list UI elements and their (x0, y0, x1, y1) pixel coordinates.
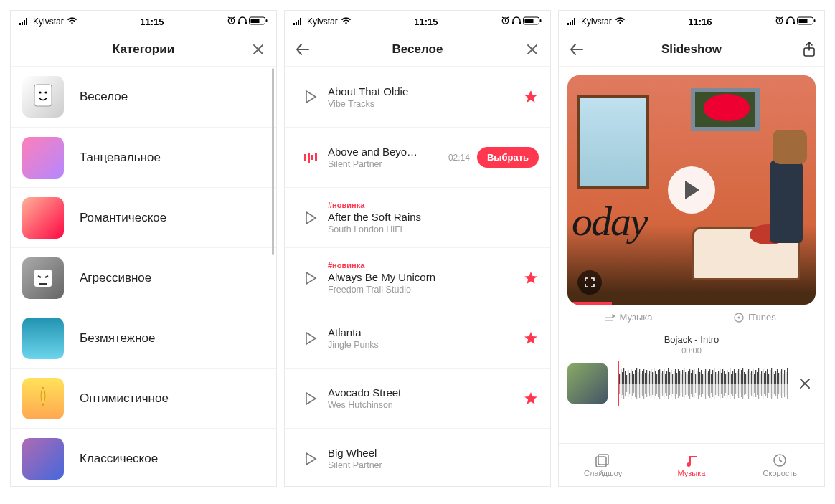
play-button[interactable] (296, 271, 325, 285)
svg-rect-17 (786, 22, 788, 24)
category-label: Классическое (80, 452, 158, 466)
new-tag: #новинка (328, 201, 539, 209)
header: Веселое (285, 32, 550, 67)
bottom-tab-bar: Слайдшоу Музыка Скорость (559, 443, 824, 486)
page-title: Slideshow (661, 42, 722, 57)
category-thumbnail (22, 378, 64, 419)
category-item[interactable]: Агрессивное (11, 247, 276, 308)
play-button[interactable] (296, 211, 325, 225)
waveform-cursor[interactable] (618, 361, 619, 406)
song-title: After the Soft Rains (328, 211, 457, 223)
category-label: Агрессивное (80, 271, 151, 285)
alarm-icon (775, 16, 784, 27)
page-title: Веселое (392, 42, 443, 57)
category-thumbnail (22, 137, 64, 179)
song-list: About That Oldie Vibe Tracks Above and B… (285, 67, 550, 486)
tab-speed[interactable]: Скорость (736, 453, 824, 477)
song-row[interactable]: Avocado Street Wes Hutchinson (285, 368, 550, 428)
clock: 11:15 (140, 16, 164, 27)
back-button[interactable] (293, 40, 312, 59)
close-icon (799, 378, 811, 389)
status-bar: Kyivstar 11:16 (559, 11, 824, 32)
song-title: Big Wheel (328, 447, 457, 459)
category-item[interactable]: Безмятежное (11, 308, 276, 368)
svg-point-7 (39, 91, 41, 93)
share-icon (803, 42, 816, 57)
headphones-icon (237, 16, 247, 27)
svg-point-24 (738, 316, 740, 318)
back-arrow-icon (295, 43, 311, 56)
back-button[interactable] (567, 40, 586, 59)
favorite-button[interactable] (523, 89, 539, 105)
close-button[interactable] (249, 40, 268, 59)
preview-area: oday (559, 67, 824, 305)
expand-icon (584, 277, 595, 288)
now-playing-indicator[interactable] (296, 153, 325, 163)
song-row[interactable]: Atlanta Jingle Punks (285, 308, 550, 368)
category-thumbnail (22, 197, 64, 239)
headphones-icon (511, 16, 522, 27)
category-item[interactable]: Веселое (11, 67, 276, 127)
screen-categories: Kyivstar 11:15 Категории Веселое (10, 10, 277, 487)
screen-songs: Kyivstar 11:15 Веселое Abou (284, 10, 551, 487)
tab-slideshow[interactable]: Слайдшоу (559, 453, 647, 477)
waveform[interactable] (618, 363, 790, 404)
song-row[interactable]: About That Oldie Vibe Tracks (285, 67, 550, 127)
tab-music[interactable]: Музыка (565, 312, 692, 323)
alarm-icon (227, 16, 236, 27)
svg-rect-1 (238, 22, 240, 24)
tab-itunes[interactable]: iTunes (692, 312, 819, 323)
tab-music[interactable]: Музыка (647, 453, 735, 477)
fullscreen-button[interactable] (577, 270, 602, 295)
category-item[interactable]: Классическое (11, 428, 276, 486)
screen-slideshow: Kyivstar 11:16 Slideshow (558, 10, 825, 487)
favorite-button[interactable] (523, 331, 539, 346)
svg-rect-11 (512, 22, 514, 24)
star-icon (523, 391, 539, 406)
song-duration: 02:14 (448, 153, 470, 163)
select-button[interactable]: Выбрать (477, 147, 539, 168)
play-overlay-button[interactable] (668, 166, 715, 214)
svg-rect-144 (618, 384, 790, 404)
svg-rect-20 (799, 19, 808, 23)
remove-track-button[interactable] (794, 378, 816, 389)
category-label: Безмятежное (80, 331, 155, 346)
tab-label: Музыка (678, 469, 706, 477)
share-button[interactable] (803, 42, 816, 57)
svg-point-8 (44, 91, 47, 93)
category-label: Веселое (80, 90, 128, 104)
close-button[interactable] (523, 40, 542, 59)
tab-label: iTunes (748, 312, 776, 323)
now-playing: Bojack - Intro 00:00 (559, 325, 824, 356)
play-icon (304, 271, 317, 285)
category-item[interactable]: Романтическое (11, 187, 276, 247)
category-label: Романтическое (80, 211, 166, 225)
play-button[interactable] (296, 452, 325, 466)
video-preview[interactable]: oday (567, 75, 816, 305)
song-title: Atlanta (328, 326, 457, 338)
category-list: Веселое Танцевальное Романтическое Агрес… (11, 67, 276, 486)
svg-rect-145 (598, 455, 608, 465)
category-item[interactable]: Танцевальное (11, 127, 276, 187)
scrollbar-handle[interactable] (272, 68, 274, 255)
alarm-icon (501, 16, 510, 27)
overlay-text: oday (572, 197, 647, 245)
tab-label: Слайдшоу (584, 469, 622, 477)
star-icon (523, 331, 539, 346)
play-button[interactable] (296, 90, 325, 104)
song-row[interactable]: Above and Beyo… Silent Partner 02:14 Выб… (285, 127, 550, 187)
song-row[interactable]: #новинка Always Be My Unicorn Freedom Tr… (285, 247, 550, 308)
play-icon (304, 331, 317, 346)
song-row[interactable]: #новинка After the Soft Rains South Lond… (285, 187, 550, 247)
svg-rect-12 (519, 22, 521, 24)
carrier-label: Kyivstar (33, 16, 64, 27)
track-thumbnail[interactable] (567, 363, 608, 404)
play-button[interactable] (296, 331, 325, 346)
favorite-button[interactable] (523, 391, 539, 406)
song-row[interactable]: Big Wheel Silent Partner (285, 428, 550, 486)
song-title: Always Be My Unicorn (328, 271, 457, 283)
category-item[interactable]: Оптимистичное (11, 368, 276, 428)
cellular-signal-icon (19, 18, 30, 25)
play-button[interactable] (296, 391, 325, 406)
favorite-button[interactable] (523, 270, 539, 286)
